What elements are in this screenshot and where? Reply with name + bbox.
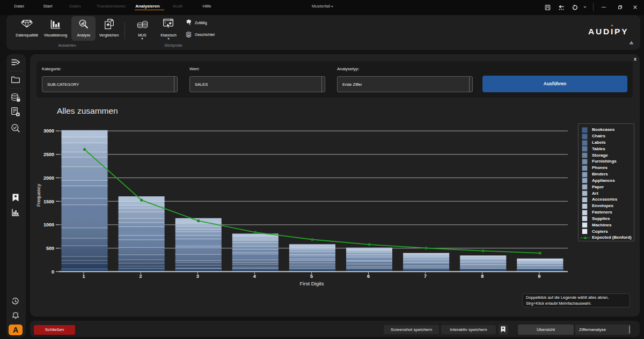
svg-text:1500: 1500 <box>43 199 54 204</box>
svg-text:3: 3 <box>196 274 199 279</box>
svg-text:1000: 1000 <box>43 222 54 227</box>
svg-text:2000: 2000 <box>43 175 54 181</box>
svg-text:2: 2 <box>140 274 142 279</box>
svg-text:1: 1 <box>82 274 85 279</box>
svg-text:First Digits: First Digits <box>300 281 324 286</box>
svg-text:4: 4 <box>253 274 256 279</box>
svg-text:3000: 3000 <box>43 128 54 134</box>
svg-text:8: 8 <box>481 274 484 279</box>
svg-text:9: 9 <box>538 274 540 279</box>
svg-text:0: 0 <box>52 269 54 275</box>
svg-text:Frequency: Frequency <box>36 183 41 207</box>
svg-text:500: 500 <box>46 246 54 251</box>
svg-text:7: 7 <box>424 274 427 279</box>
svg-text:5: 5 <box>310 274 313 279</box>
svg-text:2500: 2500 <box>43 152 54 157</box>
svg-text:6: 6 <box>367 274 370 279</box>
